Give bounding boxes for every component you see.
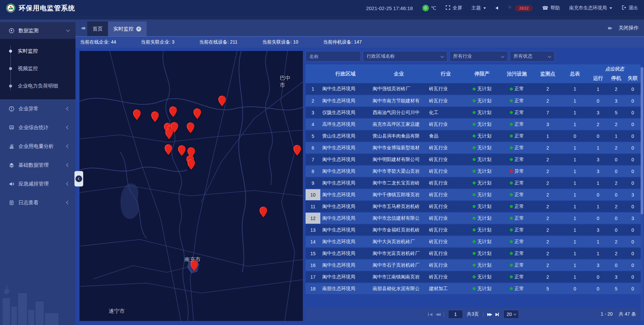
table-row[interactable]: 3仪陇生态环境局西南油气田分公司川中化工无计划正常71350 (306, 107, 641, 118)
cell-run: 0 (589, 130, 607, 142)
cell-industry: 砖瓦行业 (427, 271, 465, 283)
table-row[interactable]: 13阆中生态环境局阆中市金福旺页岩机砖砖瓦行业无计划正常21300 (306, 224, 641, 236)
cell-facility: 正常 (499, 107, 534, 118)
table-row[interactable]: 16阆中生态环境局阆中市石子页岩机砖厂砖瓦行业无计划正常21300 (306, 259, 641, 271)
name-search-input[interactable] (306, 51, 361, 62)
cell-points: 5 (534, 283, 561, 294)
sidebar-subitem[interactable]: 实时监控 (0, 42, 75, 60)
org-dropdown[interactable]: 南充市生态环境局 (569, 5, 612, 11)
table-row[interactable]: 9阆中生态环境局阆中市二龙长宝页岩砖砖瓦行业无计划正常21120 (306, 177, 641, 189)
tabs-scroll-right-button[interactable]: ▶▶ (607, 24, 612, 32)
notifications-button[interactable]: 2632 (507, 5, 533, 11)
mute-button[interactable] (495, 6, 498, 10)
chevron-down-icon (501, 55, 504, 58)
map-pin[interactable] (187, 122, 195, 133)
table-row[interactable]: 12阆中生态环境局阆中市忠信建材有限公砖瓦行业无计划正常21003 (306, 212, 641, 224)
map-pin[interactable] (218, 96, 226, 106)
status-select[interactable]: 所有状态 (510, 51, 555, 62)
table-row[interactable]: 4高坪生态环境局南充市高坪区王家店建砖瓦行业无计划正常31220 (306, 118, 641, 130)
page-size-select[interactable]: 20 (503, 310, 519, 319)
status-text: 无计划 (477, 192, 491, 197)
table-row[interactable]: 2阆中生态环境局阆中市南方节能建材有砖瓦行业无计划正常21030 (306, 95, 641, 107)
close-operations-button[interactable]: 关闭操作 (619, 25, 639, 31)
sidebar-subitem[interactable]: 视频监控 (0, 60, 75, 77)
cell-stop: 2 (607, 177, 625, 189)
cell-company: 阆中市二龙长宝页岩砖 (371, 177, 427, 189)
cell-facility: 正常 (499, 236, 534, 248)
tab-close-icon[interactable]: ✕ (136, 26, 141, 32)
industry-select[interactable]: 所有行业 (449, 51, 508, 62)
cell-run: 3 (589, 259, 607, 271)
col-meter: 总表 (561, 64, 589, 83)
map-pin[interactable] (133, 109, 141, 120)
table-row[interactable]: 15阆中生态环境局阆中市光富页岩机砖厂砖瓦行业无计划正常21120 (306, 248, 641, 259)
prev-page-button[interactable]: ◀◀ (435, 312, 439, 317)
sidebar-item[interactable]: 企业用电量分析 (0, 137, 75, 156)
map-pin[interactable] (165, 144, 172, 155)
stat-label: 当前失联设备: (262, 39, 293, 45)
cell-points: 2 (534, 142, 561, 154)
map-pin[interactable] (151, 111, 159, 122)
sidebar-item-label: 企业综合统计 (18, 124, 67, 131)
table-row[interactable]: 17阆中生态环境局阆中市江南镇阆南页岩砖瓦行业无计划正常21030 (306, 271, 641, 283)
region-select[interactable]: 行政区域名称 (363, 51, 447, 62)
map-pin[interactable] (187, 159, 195, 170)
status-text: 无计划 (477, 121, 491, 127)
logout-button[interactable]: 退出 (622, 5, 638, 11)
sidebar-item[interactable]: 日志查看 (0, 193, 75, 212)
table-row[interactable]: 1阆中生态环境局阆中强锐页岩砖厂砖瓦行业无计划正常21120 (306, 83, 641, 95)
map-pin[interactable] (260, 207, 267, 217)
cell-meter: 0 (561, 283, 589, 294)
cell-limit: 无计划 (465, 107, 499, 118)
status-text: 无计划 (477, 133, 491, 139)
status-dot (510, 123, 513, 126)
theme-dropdown[interactable]: 主题 (471, 5, 486, 11)
first-page-button[interactable]: ◀ (427, 312, 431, 317)
map-pin[interactable] (191, 260, 198, 271)
map-pin[interactable] (165, 128, 173, 139)
table-row[interactable]: 8阆中生态环境局阆中市枣碧大梁山页岩砖瓦行业无计划异常21300 (306, 165, 641, 177)
stat-item: 当前失联企业: 3 (141, 39, 174, 45)
status-text: 无计划 (477, 204, 491, 209)
tab-item[interactable]: 首页 (87, 21, 108, 36)
panel-collapse-button[interactable] (74, 171, 83, 186)
tabs-scroll-left-button[interactable]: ◀◀ (80, 24, 85, 32)
sidebar-item[interactable]: 数据监测 (0, 22, 75, 39)
status-dot (510, 287, 513, 290)
map-pin[interactable] (178, 145, 186, 156)
help-button[interactable]: ☎ 帮助 (542, 5, 560, 11)
table-scrollbar[interactable] (641, 67, 643, 321)
stat-item: 当前失联设备: 10 (262, 39, 298, 45)
map-pin[interactable] (169, 106, 177, 117)
status-text: 无计划 (477, 262, 491, 268)
table-row[interactable]: 10阆中生态环境局阆中千佛镇五郎垭页岩砖瓦行业无计划正常21003 (306, 189, 641, 201)
cell-facility: 正常 (499, 283, 534, 294)
last-page-button[interactable]: ▶ (495, 312, 499, 317)
scrollbar-thumb[interactable] (641, 67, 643, 214)
table-row[interactable]: 7阆中生态环境局阆中明阳建材有限公司砖瓦行业无计划正常21300 (306, 154, 641, 165)
cell-company: 南充市高坪区王家店建 (371, 118, 427, 130)
map-pin[interactable] (194, 108, 201, 119)
tab-active[interactable]: 实时监控✕ (108, 21, 147, 36)
sidebar-item[interactable]: 企业异常 (0, 99, 75, 118)
cell-meter: 1 (561, 177, 589, 189)
table-row[interactable]: 5营山生态环境局营山县润丰肉食品有限食品无计划正常10010 (306, 130, 641, 142)
fullscreen-button[interactable]: 全屏 (445, 5, 462, 11)
sidebar-item[interactable]: 企业综合统计 (0, 118, 75, 137)
sidebar-item[interactable]: 基础数据管理 (0, 156, 75, 174)
table-row[interactable]: 14阆中生态环境局阆中大兴页岩机砖厂砖瓦行业无计划正常21120 (306, 236, 641, 248)
cell-limit: 无计划 (465, 95, 499, 107)
cell-industry: 砖瓦行业 (427, 189, 465, 201)
map-pin[interactable] (293, 145, 301, 156)
table-row[interactable]: 18南部生态环境局南部县砌化水泥有限公建材加工无计划正常50050 (306, 283, 641, 294)
sidebar-nav: 数据监测实时监控视频监控企业电力负荷明细企业异常企业综合统计企业用电量分析基础数… (0, 22, 75, 212)
page-number-input[interactable] (448, 310, 463, 319)
sidebar-subitem[interactable]: 企业电力负荷明细 (0, 77, 75, 95)
log-icon (9, 200, 14, 206)
sidebar-item[interactable]: 应急减排管理 (0, 174, 75, 193)
map-panel[interactable]: 巴中市南充市遂宁市 (79, 51, 303, 321)
cell-points: 2 (534, 236, 561, 248)
table-row[interactable]: 6阆中生态环境局阆中市金博瑞新型墙材砖瓦行业无计划正常21120 (306, 142, 641, 154)
next-page-button[interactable]: ▶▶ (487, 312, 491, 317)
table-row[interactable]: 11阆中生态环境局阆中市五马桥页岩机砖砖瓦行业无计划正常21120 (306, 201, 641, 212)
